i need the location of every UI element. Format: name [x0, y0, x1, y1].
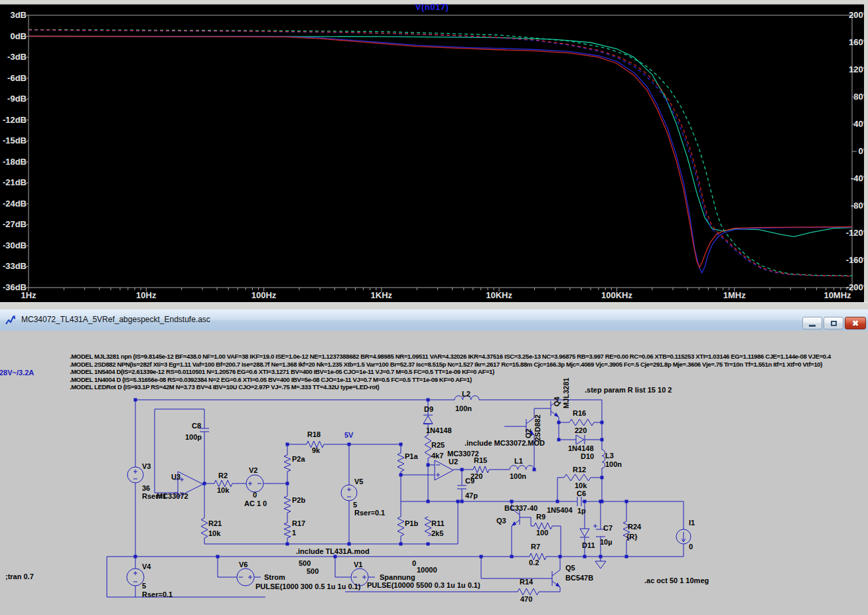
schematic-label[interactable]: MJL3281: [562, 378, 570, 408]
schematic-label[interactable]: ;tran 0.7: [5, 572, 34, 580]
schematic-label[interactable]: R7: [531, 543, 540, 551]
schematic-label[interactable]: D9: [424, 405, 433, 413]
source-symbol[interactable]: [341, 485, 357, 501]
schematic-label[interactable]: I1: [689, 519, 695, 527]
schematic-label[interactable]: 1: [292, 529, 296, 537]
schematic-label[interactable]: P2b: [292, 496, 305, 504]
schematic-label[interactable]: L1: [514, 457, 523, 465]
schematic-label[interactable]: V6: [239, 561, 248, 569]
schematic-window-titlebar[interactable]: MC34072_TL431A_5VRef_abgespeckt_Endstufe…: [0, 309, 868, 331]
schematic-label[interactable]: MC33072: [157, 492, 188, 500]
schematic-label[interactable]: V2: [249, 466, 257, 474]
close-button[interactable]: ✖: [845, 317, 866, 329]
schematic-label[interactable]: 47p: [465, 491, 478, 499]
schematic-label[interactable]: 500: [299, 559, 311, 567]
schematic-label[interactable]: R2: [218, 472, 228, 480]
schematic-label[interactable]: V5: [354, 478, 363, 485]
schematic-label[interactable]: 10k: [575, 482, 587, 489]
schematic-label[interactable]: 100: [536, 529, 548, 537]
source-symbol[interactable]: [127, 467, 143, 483]
schematic-label[interactable]: 5V: [344, 431, 354, 439]
schematic-label[interactable]: D11: [582, 541, 595, 549]
schematic-label[interactable]: R21: [208, 519, 222, 527]
schematic-label[interactable]: C9: [465, 477, 474, 485]
spice-model-line[interactable]: .MODEL 1N5404 D(IS=2.61339e-12 RS=0.0110…: [70, 368, 494, 375]
schematic-label[interactable]: R24: [628, 523, 642, 531]
schematic-label[interactable]: .step param R list 15 10 2: [585, 386, 672, 394]
schematic-label[interactable]: .include MC33072.MOD: [465, 439, 545, 447]
schematic-label[interactable]: R15: [474, 456, 487, 464]
schematic-label[interactable]: .include TL431A.mod: [296, 547, 370, 555]
schematic-label[interactable]: 10k: [217, 486, 230, 494]
spice-model-line[interactable]: .MODEL LEDRot D (IS=93.1P RS=42M N=3.73 …: [70, 383, 380, 391]
schematic-label[interactable]: C8: [192, 422, 201, 430]
schematic-label[interactable]: R11: [431, 519, 445, 527]
schematic-label[interactable]: 100n: [455, 404, 472, 412]
schematic-label[interactable]: 5: [142, 582, 146, 590]
restore-button[interactable]: [824, 317, 843, 329]
component-symbols[interactable]: [133, 396, 686, 595]
schematic-label[interactable]: BC337-40: [504, 504, 538, 512]
schematic-label[interactable]: 0.2: [529, 559, 539, 567]
schematic-label[interactable]: Q2: [524, 428, 532, 438]
schematic-label[interactable]: 10µ: [600, 538, 613, 546]
schematic-label[interactable]: 10k: [208, 529, 221, 537]
schematic-label[interactable]: .ac oct 50 1 10meg: [644, 576, 709, 584]
schematic-label[interactable]: C6: [577, 489, 586, 497]
schematic-label[interactable]: BC547B: [565, 574, 593, 582]
schematic-label[interactable]: 4k7: [431, 452, 443, 460]
schematic-label[interactable]: 100n: [605, 460, 622, 468]
schematic-label[interactable]: R14: [520, 578, 534, 586]
schematic-label[interactable]: P2a: [292, 455, 305, 463]
schematic-label[interactable]: 1N5404: [547, 506, 573, 514]
schematic-label[interactable]: L2: [462, 390, 470, 398]
schematic-label[interactable]: 36: [142, 484, 150, 492]
schematic-label[interactable]: Q5: [565, 564, 575, 572]
schematic-label[interactable]: Strom: [264, 573, 285, 581]
minimize-button[interactable]: [802, 317, 822, 329]
schematic-label[interactable]: 470: [520, 595, 532, 603]
schematic-label[interactable]: 1N4148: [426, 426, 452, 434]
schematic-label[interactable]: 220: [575, 426, 587, 434]
schematic-label[interactable]: V1: [354, 561, 362, 569]
waveform-pane[interactable]: 3dB0dB-3dB-6dB-9dB-12dB-15dB-18dB-21dB-2…: [0, 0, 868, 302]
spice-model-line[interactable]: .MODEL MJL3281 npn (IS=9.8145e-12 BF=438…: [70, 353, 832, 360]
schematic-label[interactable]: PULSE(10000 5500 0.3 1u 1u 0.1): [367, 581, 480, 589]
schematic-label[interactable]: L3: [605, 452, 614, 460]
schematic-label[interactable]: 100n: [510, 472, 526, 480]
schematic-label[interactable]: 9k: [312, 446, 321, 454]
schematic-label[interactable]: {R}: [626, 533, 638, 541]
schematic-label[interactable]: 1p: [577, 507, 586, 515]
schematic-label[interactable]: Q3: [496, 517, 506, 525]
schematic-label[interactable]: P1a: [405, 452, 418, 460]
schematic-label[interactable]: 5: [353, 501, 357, 509]
schematic-label[interactable]: 0: [253, 491, 257, 499]
schematic-label[interactable]: U2: [449, 458, 458, 466]
schematic-label[interactable]: AC 1 0: [244, 499, 267, 507]
schematic-label[interactable]: D10: [581, 452, 594, 460]
schematic-label[interactable]: Spannung: [380, 573, 415, 581]
schematic-label[interactable]: R9: [536, 513, 545, 521]
schematic-label[interactable]: V3: [142, 462, 151, 470]
schematic-label[interactable]: C7: [603, 524, 613, 532]
schematic-label[interactable]: Rser=0.1: [354, 509, 385, 517]
schematic-label[interactable]: 100p: [185, 433, 202, 441]
schematic-label[interactable]: 2SD882: [534, 414, 542, 441]
schematic-label[interactable]: PULSE(1000 300 0.5 1u 1u 0.1): [255, 582, 361, 590]
schematic-label[interactable]: P1b: [405, 519, 418, 527]
schematic-label[interactable]: Rser=0.1: [142, 590, 173, 598]
spice-model-line[interactable]: .MODEL 2SD882 NPN(Is=282f Xti=3 Eg=1.11 …: [70, 361, 822, 368]
schematic-label[interactable]: 1N4148: [568, 444, 594, 452]
schematic-label[interactable]: R17: [292, 519, 305, 527]
schematic-label[interactable]: R25: [431, 441, 445, 449]
schematic-label[interactable]: R18: [307, 430, 321, 438]
schematic-label[interactable]: U3: [171, 473, 181, 481]
schematic-label[interactable]: 0: [689, 543, 693, 551]
schematic-label[interactable]: V4: [142, 563, 151, 571]
schematic-label[interactable]: 500: [307, 567, 319, 575]
schematic-label[interactable]: 28V~/3.2A: [0, 369, 34, 377]
schematic-label[interactable]: 0: [412, 559, 416, 567]
schematic-label[interactable]: R16: [573, 409, 586, 417]
schematic-label[interactable]: 2k5: [431, 529, 443, 537]
spice-model-line[interactable]: .MODEL 1N4004 D (IS=5.31656e-08 RS=0.039…: [70, 376, 472, 383]
